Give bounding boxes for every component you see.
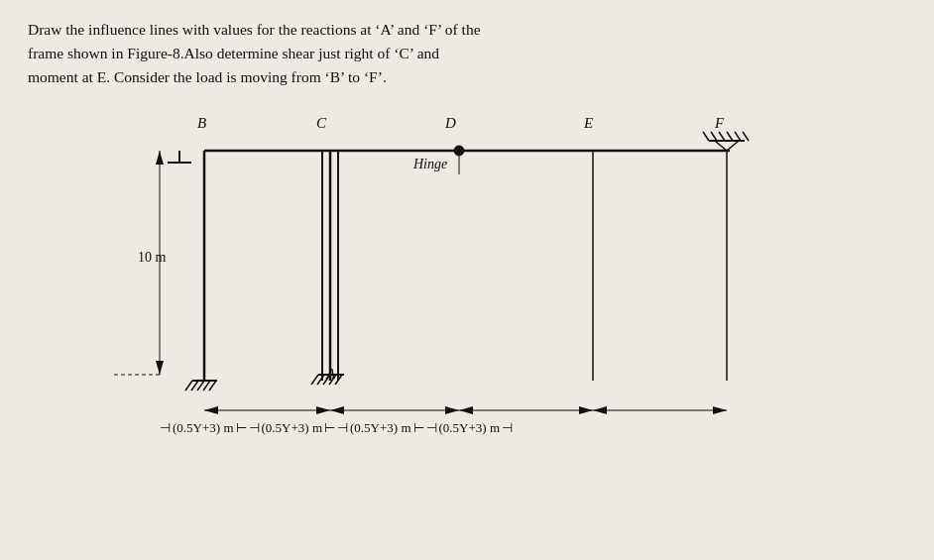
dim-arrow-right2: ⊢ <box>324 420 335 436</box>
text-line1: Draw the influence lines with values for… <box>28 21 481 38</box>
dim-arrow-right4: ⊣ <box>502 420 513 436</box>
svg-marker-41 <box>459 406 473 414</box>
svg-line-30 <box>743 132 749 141</box>
svg-line-18 <box>311 375 318 385</box>
svg-marker-35 <box>204 406 218 414</box>
svg-line-13 <box>191 381 198 391</box>
svg-marker-36 <box>316 406 330 414</box>
svg-marker-39 <box>445 406 459 414</box>
svg-marker-32 <box>156 151 164 165</box>
svg-marker-38 <box>330 406 344 414</box>
dim-arrow-left1: ⊣ <box>160 420 171 436</box>
diagram-area: B C D E F Hinge 10 m A ⊣ (0.5Y+3) m ⊢ ⊣ … <box>100 103 834 440</box>
svg-marker-44 <box>593 406 607 414</box>
dim-arrow-left3: ⊣ <box>337 420 348 436</box>
svg-marker-45 <box>713 406 727 414</box>
label-a: A <box>326 366 335 383</box>
label-e: E <box>584 115 593 132</box>
svg-line-29 <box>735 132 741 141</box>
svg-marker-33 <box>156 361 164 375</box>
dim-seg4: (0.5Y+3) m <box>439 420 501 436</box>
problem-statement: Draw the influence lines with values for… <box>28 18 906 89</box>
svg-line-12 <box>185 381 192 391</box>
label-f: F <box>715 115 724 132</box>
svg-line-14 <box>197 381 204 391</box>
page-container: Draw the influence lines with values for… <box>0 0 934 560</box>
label-b: B <box>197 115 206 132</box>
svg-line-26 <box>711 132 717 141</box>
label-hinge: Hinge <box>413 157 447 172</box>
svg-line-27 <box>719 132 725 141</box>
svg-marker-23 <box>715 141 739 151</box>
dim-arrow-left4: ⊣ <box>426 420 437 436</box>
svg-line-28 <box>727 132 733 141</box>
label-d: D <box>445 115 456 132</box>
dim-arrow-right3: ⊢ <box>413 420 424 436</box>
label-height: 10 m <box>138 250 166 266</box>
structural-diagram <box>100 103 834 440</box>
label-c: C <box>316 115 326 132</box>
svg-line-15 <box>203 381 210 391</box>
svg-line-16 <box>209 381 216 391</box>
svg-marker-42 <box>579 406 593 414</box>
svg-point-7 <box>454 146 464 156</box>
dim-seg2: (0.5Y+3) m <box>262 420 323 436</box>
dim-seg3: (0.5Y+3) m <box>350 420 411 436</box>
dim-seg1: (0.5Y+3) m <box>173 420 234 436</box>
svg-line-25 <box>703 132 709 141</box>
text-line3: moment at E. Consider the load is moving… <box>28 68 387 85</box>
text-line2: frame shown in Figure-8.Also determine s… <box>28 45 439 61</box>
dim-arrow-left2: ⊣ <box>249 420 260 436</box>
dim-arrow-right1: ⊢ <box>236 420 247 436</box>
dimension-labels: ⊣ (0.5Y+3) m ⊢ ⊣ (0.5Y+3) m ⊢ ⊣ (0.5Y+3)… <box>160 420 755 436</box>
